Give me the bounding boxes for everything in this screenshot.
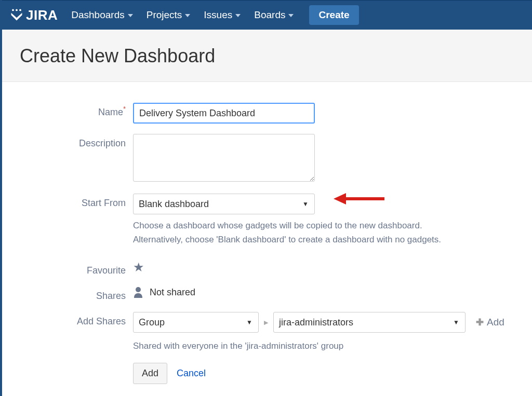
startfrom-hint: Choose a dashboard whose gadgets will be… [133, 219, 466, 247]
startfrom-value: Blank dashboard [139, 199, 209, 210]
chevron-down-icon [288, 14, 294, 17]
page-header: Create New Dashboard [2, 30, 532, 82]
nav-boards-label: Boards [254, 9, 285, 21]
nav-issues[interactable]: Issues [204, 9, 241, 21]
nav-projects[interactable]: Projects [147, 9, 191, 21]
jira-logo[interactable]: JIRA [9, 7, 58, 23]
add-share-link[interactable]: ✚ Add [476, 317, 504, 328]
svg-point-5 [136, 287, 141, 292]
shares-value: Not shared [150, 287, 195, 298]
nav-dashboards-label: Dashboards [71, 9, 124, 21]
svg-point-0 [12, 9, 14, 11]
share-type-select[interactable]: Group [133, 312, 259, 333]
page-title: Create New Dashboard [20, 45, 514, 67]
addshares-label: Add Shares [20, 312, 133, 327]
plus-icon: ✚ [476, 317, 484, 328]
description-label: Description [20, 134, 133, 149]
jira-logo-icon [9, 8, 24, 22]
nav-dashboards[interactable]: Dashboards [71, 9, 132, 21]
chevron-right-icon: ▶ [264, 319, 268, 326]
addshares-hint: Shared with everyone in the 'jira-admini… [133, 339, 466, 353]
nav-boards[interactable]: Boards [254, 9, 294, 21]
required-asterisk: * [123, 105, 126, 113]
chevron-down-icon [185, 14, 190, 17]
description-textarea[interactable] [133, 134, 315, 182]
create-dashboard-form: Name* Description Start From Blank dashb… [2, 82, 532, 396]
star-icon[interactable]: ★ [133, 260, 144, 274]
nav-items: Dashboards Projects Issues Boards Create [71, 5, 358, 25]
share-group-value: jira-administrators [279, 317, 353, 328]
nav-projects-label: Projects [147, 9, 182, 21]
create-button[interactable]: Create [309, 5, 358, 25]
share-type-value: Group [139, 317, 165, 328]
submit-button[interactable]: Add [133, 363, 167, 384]
add-share-label: Add [487, 317, 504, 328]
cancel-button[interactable]: Cancel [177, 368, 206, 379]
startfrom-label: Start From [20, 194, 133, 209]
shares-label: Shares [20, 286, 133, 302]
brand-text: JIRA [26, 7, 58, 23]
svg-point-2 [19, 9, 21, 11]
chevron-down-icon [128, 14, 133, 17]
name-input[interactable] [133, 103, 315, 124]
nav-issues-label: Issues [204, 9, 232, 21]
name-label: Name* [20, 103, 133, 118]
person-icon [133, 286, 143, 298]
svg-point-1 [16, 9, 18, 11]
top-nav: JIRA Dashboards Projects Issues Boards C… [2, 0, 532, 30]
chevron-down-icon [235, 14, 241, 17]
share-group-select[interactable]: jira-administrators [273, 312, 466, 333]
favourite-label: Favourite [20, 261, 133, 276]
startfrom-select[interactable]: Blank dashboard [133, 194, 315, 214]
